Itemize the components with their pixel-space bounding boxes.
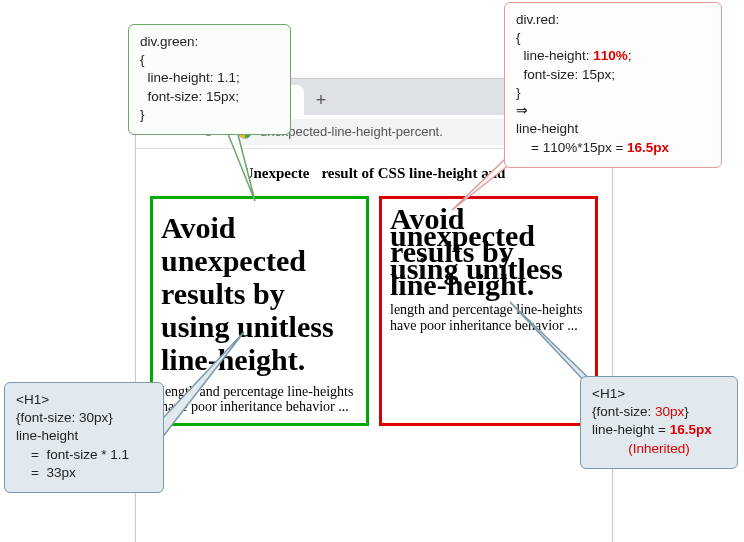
callout-blue-left: <H1> {font-size: 30px} line-height = fon…: [4, 382, 164, 493]
code-line: {: [516, 29, 710, 47]
code-line: font-size: 15px;: [140, 88, 279, 106]
callout-green: div.green: { line-height: 1.1; font-size…: [128, 24, 291, 135]
green-box-heading: Avoid unexpected results by using unitle…: [161, 211, 358, 376]
code-line: (Inherited): [592, 440, 726, 458]
code-line: }: [516, 84, 710, 102]
callout-red: div.red: { line-height: 110%; font-size:…: [504, 2, 722, 168]
code-line: line-height: 110%;: [516, 47, 710, 65]
code-line: line-height: [16, 427, 152, 445]
code-line: = 33px: [16, 464, 152, 482]
page-content: Unexpected result of CSS line-height and…: [136, 149, 612, 438]
code-line: <H1>: [592, 385, 726, 403]
red-box: Avoid unexpected results by using unitle…: [379, 196, 598, 426]
columns: Avoid unexpected results by using unitle…: [150, 196, 598, 426]
code-line: line-height: [516, 120, 710, 138]
code-line: div.red:: [516, 11, 710, 29]
code-line: line-height: 1.1;: [140, 69, 279, 87]
code-line: <H1>: [16, 391, 152, 409]
code-line: {font-size: 30px}: [16, 409, 152, 427]
arrow-icon: ⇒: [516, 102, 710, 120]
code-line: div.green:: [140, 33, 279, 51]
callout-blue-right: <H1> {font-size: 30px} line-height = 16.…: [580, 376, 738, 469]
code-line: font-size: 15px;: [516, 66, 710, 84]
code-line: line-height = 16.5px: [592, 421, 726, 439]
code-line: = font-size * 1.1: [16, 446, 152, 464]
new-tab-button[interactable]: +: [308, 87, 334, 113]
code-line: {: [140, 51, 279, 69]
code-line: = 110%*15px = 16.5px: [516, 139, 710, 157]
code-line: {font-size: 30px}: [592, 403, 726, 421]
green-box: Avoid unexpected results by using unitle…: [150, 196, 369, 426]
code-line: }: [140, 106, 279, 124]
red-box-heading: Avoid unexpected results by using unitle…: [390, 211, 587, 294]
green-box-paragraph: length and percentage line-heights have …: [161, 384, 358, 415]
red-box-paragraph: length and percentage line-heights have …: [390, 302, 587, 335]
